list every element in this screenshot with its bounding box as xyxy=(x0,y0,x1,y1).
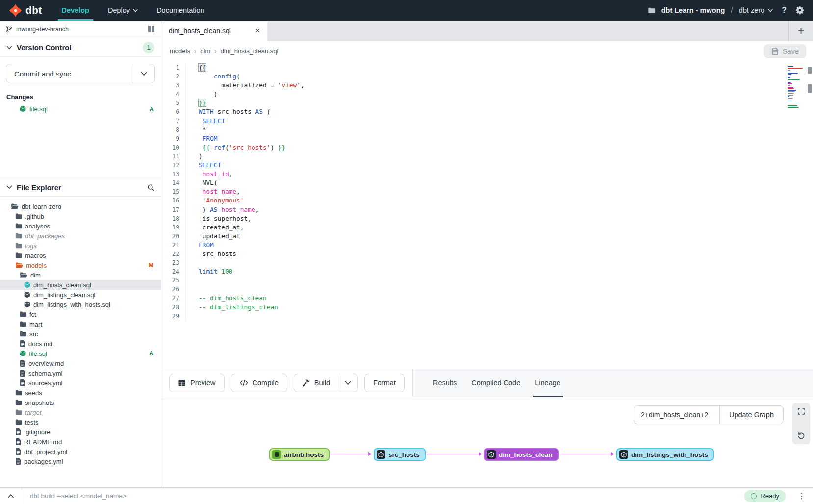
commit-options-caret[interactable] xyxy=(133,64,154,83)
account-name[interactable]: dbt Learn - mwong xyxy=(661,6,725,14)
code-line[interactable]: 25 xyxy=(161,276,813,285)
help-icon[interactable]: ? xyxy=(779,6,789,15)
scrollbar-thumb[interactable] xyxy=(808,67,812,74)
code-line[interactable]: 11) xyxy=(161,152,813,161)
tree-item-analyses[interactable]: analyses xyxy=(0,221,161,231)
code-line[interactable]: 16 'Anonymous' xyxy=(161,196,813,205)
build-button[interactable]: Build xyxy=(294,374,338,392)
tree-item-dim_hosts_clean.sql[interactable]: dim_hosts_clean.sql xyxy=(0,280,161,290)
code-line[interactable]: 18 is_superhost, xyxy=(161,214,813,223)
command-input[interactable] xyxy=(22,488,744,504)
gear-icon[interactable] xyxy=(795,6,804,15)
code-line[interactable]: 1{{ xyxy=(161,63,813,72)
tree-item-seeds[interactable]: seeds xyxy=(0,388,161,398)
save-button[interactable]: Save xyxy=(764,44,806,58)
lineage-node-src_hosts[interactable]: src_hosts xyxy=(374,448,426,461)
minimap[interactable] xyxy=(788,65,803,109)
project-selector[interactable]: dbt zero xyxy=(739,6,773,14)
code-line[interactable]: 14 NVL( xyxy=(161,178,813,187)
tree-item-dim_listings_clean.sql[interactable]: dim_listings_clean.sql xyxy=(0,290,161,300)
code-line[interactable]: 24limit 100 xyxy=(161,267,813,276)
tree-item-logs[interactable]: logs xyxy=(0,241,161,251)
code-line[interactable]: 12SELECT xyxy=(161,161,813,170)
editor-tab[interactable]: dim_hosts_clean.sql × xyxy=(161,21,267,41)
tree-item-dim[interactable]: dim xyxy=(0,270,161,280)
code-line[interactable]: 6WITH src_hosts AS ( xyxy=(161,107,813,116)
code-line[interactable]: 28-- dim_listings_clean xyxy=(161,303,813,312)
code-line[interactable]: 22 src_hosts xyxy=(161,250,813,258)
nav-item-deploy[interactable]: Deploy xyxy=(108,0,138,21)
tree-item-target[interactable]: target xyxy=(0,407,161,417)
code-line[interactable]: 21FROM xyxy=(161,241,813,250)
line-content: }} xyxy=(185,99,206,107)
tree-item-sources.yml[interactable]: sources.yml xyxy=(0,378,161,388)
tab-results[interactable]: Results xyxy=(426,369,464,397)
lineage-node-airbnb.hosts[interactable]: airbnb.hosts xyxy=(269,448,330,461)
tree-item-packages.yml[interactable]: packages.yml xyxy=(0,456,161,466)
compile-button[interactable]: Compile xyxy=(231,374,287,392)
tree-item-dbt_packages[interactable]: dbt_packages xyxy=(0,231,161,241)
build-options-caret[interactable] xyxy=(338,374,357,392)
tree-item-models[interactable]: modelsM xyxy=(0,260,161,270)
line-content: FROM xyxy=(185,134,218,143)
code-editor[interactable]: 1{{2 config(3 materialized = 'view',4 )5… xyxy=(161,61,813,369)
format-button[interactable]: Format xyxy=(364,374,405,392)
tree-item-.github[interactable]: .github xyxy=(0,211,161,221)
tree-item-dbt-learn-zero[interactable]: dbt-learn-zero xyxy=(0,202,161,211)
lineage-node-dim_listings_with_hosts[interactable]: dim_listings_with_hosts xyxy=(616,448,714,461)
code-line[interactable]: 4 ) xyxy=(161,90,813,99)
code-line[interactable]: 17 ) AS host_name, xyxy=(161,205,813,214)
tree-item-overview.md[interactable]: overview.md xyxy=(0,358,161,368)
close-icon[interactable]: × xyxy=(255,26,260,35)
tree-item-README.md[interactable]: README.md xyxy=(0,437,161,447)
code-line[interactable]: 7 SELECT xyxy=(161,117,813,126)
code-line[interactable]: 5}} xyxy=(161,99,813,107)
tree-item-label: target xyxy=(25,409,41,416)
tab-compiled-code[interactable]: Compiled Code xyxy=(464,369,528,397)
preview-button[interactable]: Preview xyxy=(169,374,225,392)
chevron-up-icon[interactable] xyxy=(0,488,22,504)
tree-item-macros[interactable]: macros xyxy=(0,251,161,260)
code-line[interactable]: 27-- dim_hosts_clean xyxy=(161,294,813,302)
commit-and-sync-button[interactable]: Commit and sync xyxy=(6,64,155,83)
file-explorer-header[interactable]: File Explorer xyxy=(0,178,161,197)
changed-file-file.sql[interactable]: file.sqlA xyxy=(0,103,161,114)
code-line[interactable]: 13 host_id, xyxy=(161,170,813,178)
split-panel-icon[interactable] xyxy=(148,26,155,32)
code-line[interactable]: 26 xyxy=(161,285,813,294)
code-line[interactable]: 2 config( xyxy=(161,72,813,81)
tree-item-snapshots[interactable]: snapshots xyxy=(0,398,161,407)
tree-item-fct[interactable]: fct xyxy=(0,309,161,319)
dbt-logo[interactable]: dbt xyxy=(9,4,42,17)
code-line[interactable]: 9 FROM xyxy=(161,134,813,143)
code-line[interactable]: 3 materialized = 'view', xyxy=(161,81,813,90)
tree-item-src[interactable]: src xyxy=(0,329,161,339)
folder-open-icon xyxy=(11,203,19,209)
tree-item-dim_listings_with_hosts.sql[interactable]: dim_listings_with_hosts.sql xyxy=(0,300,161,309)
nav-item-develop[interactable]: Develop xyxy=(62,0,89,21)
tree-item-.gitignore[interactable]: .gitignore xyxy=(0,427,161,437)
code-line[interactable]: 20 updated_at xyxy=(161,232,813,241)
folder-icon xyxy=(15,243,22,249)
nav-item-documentation[interactable]: Documentation xyxy=(156,0,204,21)
kebab-menu-icon[interactable]: ⋮ xyxy=(790,491,813,501)
code-line[interactable]: 19 created_at, xyxy=(161,223,813,232)
tree-item-dbt_project.yml[interactable]: dbt_project.yml xyxy=(0,447,161,456)
line-number: 8 xyxy=(161,126,179,134)
version-control-header[interactable]: Version Control 1 xyxy=(0,38,161,57)
tree-item-mart[interactable]: mart xyxy=(0,319,161,329)
code-line[interactable]: 23 xyxy=(161,258,813,267)
new-tab-button[interactable]: + xyxy=(788,21,813,41)
code-line[interactable]: 29 xyxy=(161,312,813,321)
search-icon[interactable] xyxy=(147,184,154,191)
tree-item-docs.md[interactable]: docs.md xyxy=(0,339,161,349)
tab-lineage[interactable]: Lineage xyxy=(528,369,568,397)
code-line[interactable]: 8 * xyxy=(161,126,813,134)
tree-item-tests[interactable]: tests xyxy=(0,417,161,427)
code-line[interactable]: 10 {{ ref('src_hosts') }} xyxy=(161,143,813,152)
tree-item-schema.yml[interactable]: schema.yml xyxy=(0,368,161,378)
lineage-node-dim_hosts_clean[interactable]: dim_hosts_clean xyxy=(484,448,559,461)
scrollbar-thumb[interactable] xyxy=(808,84,812,93)
tree-item-file.sql[interactable]: file.sqlA xyxy=(0,349,161,358)
code-line[interactable]: 15 host_name, xyxy=(161,187,813,196)
